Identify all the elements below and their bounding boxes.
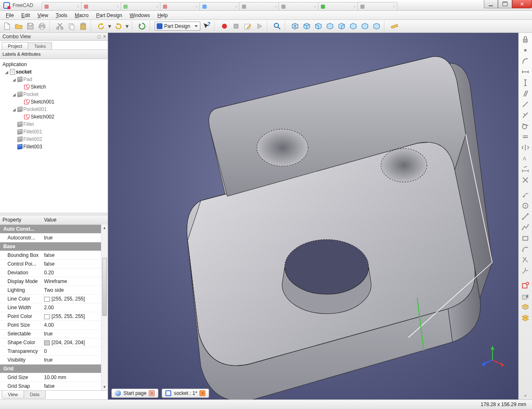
property-group[interactable]: Grid <box>0 365 108 373</box>
panel-float-button[interactable]: □ <box>98 34 101 39</box>
property-row[interactable]: Point Size4.00 <box>0 321 108 330</box>
print-button[interactable] <box>37 21 47 32</box>
property-row[interactable]: Selectabletrue <box>0 330 108 338</box>
property-value[interactable]: false <box>42 251 108 260</box>
vertical-icon[interactable] <box>520 78 531 88</box>
property-scrollbar[interactable]: ▲ ▼ <box>101 224 108 390</box>
redo-button[interactable] <box>113 21 124 32</box>
macro-edit-button[interactable] <box>242 21 253 32</box>
property-group[interactable]: Base <box>0 242 108 251</box>
property-value[interactable]: Wireframe <box>42 277 108 286</box>
menu-windows[interactable]: Windows <box>126 12 153 19</box>
fit-all-button[interactable] <box>272 21 283 32</box>
sketch-rectangle-tool[interactable] <box>520 233 531 243</box>
property-value[interactable]: [204, 204, 204] <box>42 338 108 347</box>
property-value[interactable]: 4.00 <box>42 321 108 330</box>
tab-close-button[interactable]: × <box>200 390 205 396</box>
expand-toggle[interactable]: ◢ <box>4 70 9 74</box>
tree-item[interactable]: Fillet <box>0 121 108 128</box>
tree-item[interactable]: ◢Pocket <box>0 91 108 98</box>
tree-item[interactable]: Fillet003 <box>0 143 108 150</box>
property-row[interactable]: Grid Size10.00 mm <box>0 373 108 382</box>
property-value[interactable]: [255, 255, 255] <box>42 295 108 303</box>
browser-tab[interactable]: × <box>318 2 358 10</box>
tab-close-button[interactable]: × <box>149 390 155 396</box>
browser-tab[interactable]: × <box>160 2 200 10</box>
tree-item[interactable]: Sketch002 <box>0 113 108 121</box>
tree-item[interactable]: ◢Pad <box>0 76 108 83</box>
property-group[interactable]: Auto Const... <box>0 225 108 234</box>
tab-view[interactable]: View <box>2 391 24 399</box>
view-rear-button[interactable] <box>348 21 359 32</box>
minimize-button[interactable] <box>484 0 498 8</box>
menu-file[interactable]: File <box>2 12 17 19</box>
property-row[interactable]: Shape Color[204, 204, 204] <box>0 338 108 347</box>
browser-tab[interactable]: × <box>200 2 239 10</box>
equal-icon[interactable] <box>520 132 531 142</box>
coincident-icon[interactable] <box>520 175 531 185</box>
line-icon[interactable] <box>520 99 531 109</box>
paste-button[interactable] <box>78 21 89 32</box>
tangent-icon[interactable] <box>520 121 531 131</box>
horizontal-icon[interactable] <box>520 67 531 77</box>
open-file-button[interactable] <box>13 21 24 32</box>
menu-help[interactable]: Help <box>154 12 171 19</box>
scroll-thumb[interactable] <box>102 258 107 316</box>
browser-tab[interactable]: × <box>239 2 279 10</box>
menu-macro[interactable]: Macro <box>71 12 92 19</box>
sketch-leave-button[interactable] <box>520 291 531 301</box>
layers-icon[interactable] <box>520 302 531 312</box>
sketch-trim-tool[interactable] <box>520 255 531 265</box>
redo-dropdown[interactable]: ▾ <box>125 21 130 32</box>
doc-tab-start[interactable]: Start page × <box>111 389 158 398</box>
property-row[interactable]: Display ModeWireframe <box>0 277 108 286</box>
tab-data[interactable]: Data <box>24 391 46 399</box>
tree-item[interactable]: ◢Pocket001 <box>0 106 108 113</box>
menu-tools[interactable]: Tools <box>52 12 71 19</box>
expand-toggle[interactable]: ◢ <box>12 107 17 112</box>
tab-tasks[interactable]: Tasks <box>28 42 52 49</box>
undo-dropdown[interactable]: ▾ <box>107 21 112 32</box>
tree-item[interactable]: Sketch <box>0 83 108 91</box>
lock-icon[interactable] <box>520 34 531 44</box>
workbench-selector[interactable]: Part Design <box>155 22 200 31</box>
property-row[interactable]: Line Width2.00 <box>0 303 108 312</box>
sketch-point-tool[interactable] <box>520 190 531 200</box>
property-value[interactable]: Two side <box>42 286 108 295</box>
view-left-button[interactable] <box>371 21 382 32</box>
property-value[interactable]: 10.00 mm <box>42 373 108 382</box>
sketch-external-tool[interactable] <box>520 266 531 276</box>
property-value[interactable]: 2.00 <box>42 303 108 312</box>
measure-button[interactable] <box>389 21 400 32</box>
perpendicular-icon[interactable] <box>520 110 531 120</box>
panel-close-button[interactable]: × <box>103 34 106 39</box>
doc-tab-file[interactable]: socket : 1* × <box>162 389 209 398</box>
cut-button[interactable] <box>54 21 65 32</box>
macro-record-button[interactable] <box>219 21 230 32</box>
close-button[interactable]: ✕ <box>512 0 532 8</box>
view-front-button[interactable] <box>313 21 324 32</box>
property-row[interactable]: Control Poi...false <box>0 260 108 269</box>
scroll-up-icon[interactable]: ▲ <box>101 224 108 231</box>
expand-toggle[interactable]: ◢ <box>12 77 17 82</box>
tree-item[interactable]: Fillet001 <box>0 128 108 136</box>
undo-button[interactable] <box>96 21 106 32</box>
save-button[interactable] <box>25 21 36 32</box>
symmetric-icon[interactable] <box>520 143 531 153</box>
layers2-icon[interactable] <box>520 313 531 323</box>
dimension-hv-icon[interactable] <box>520 164 531 174</box>
scroll-down-icon[interactable]: ▼ <box>101 384 108 390</box>
sketch-new-button[interactable] <box>520 281 531 291</box>
view-top-button[interactable] <box>325 21 335 32</box>
new-file-button[interactable] <box>2 21 12 32</box>
sketch-circle-tool[interactable] <box>520 201 531 211</box>
property-row[interactable]: Grid Snapfalse <box>0 382 108 391</box>
toolbar-more-icon[interactable]: » <box>524 393 527 398</box>
whats-this-button[interactable]: ? <box>201 21 212 32</box>
property-value[interactable]: 0 <box>42 347 108 356</box>
property-row[interactable]: Deviation0.20 <box>0 269 108 277</box>
property-row[interactable]: LightingTwo side <box>0 286 108 295</box>
model-tree[interactable]: Application ◢ socket ◢PadSketch◢PocketSk… <box>0 59 108 213</box>
maximize-button[interactable] <box>498 0 512 8</box>
tree-item[interactable]: Sketch001 <box>0 98 108 106</box>
